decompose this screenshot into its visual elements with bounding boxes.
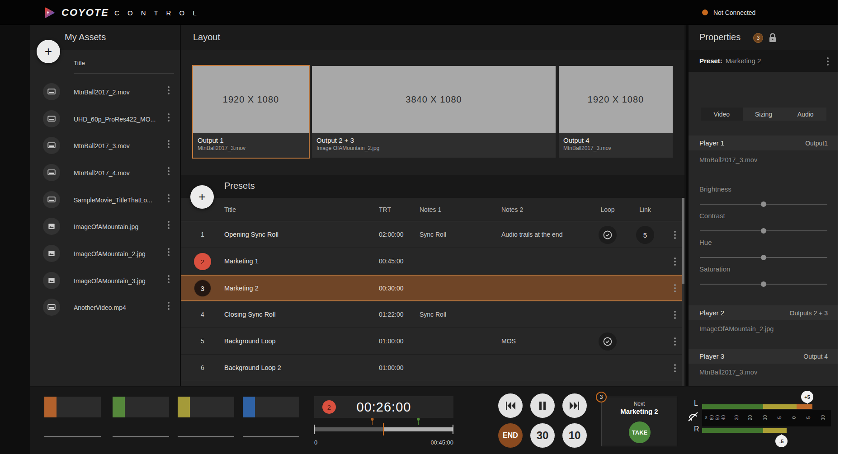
preset-menu-button[interactable] — [672, 231, 678, 239]
output-preview: 1920 X 1080 — [559, 66, 673, 133]
timeline-elapsed — [314, 427, 383, 431]
asset-row[interactable]: ImageOfAMountain.jpg — [30, 213, 180, 240]
mini-player-timeline[interactable] — [113, 436, 169, 437]
assets-column-header: Title — [74, 60, 85, 66]
preset-row[interactable]: 1 Opening Sync Roll 02:00:00 Sync Roll A… — [181, 221, 682, 248]
mini-player-4[interactable] — [243, 397, 299, 417]
scale-tick: 30 — [734, 415, 739, 421]
preset-title: Marketing 2 — [224, 276, 259, 300]
playhead[interactable] — [383, 423, 384, 435]
brightness-slider[interactable] — [700, 204, 827, 205]
slider-thumb[interactable] — [761, 228, 766, 234]
asset-menu-button[interactable] — [166, 113, 171, 122]
slider-thumb[interactable] — [761, 201, 766, 207]
output-preview: 3840 X 1080 — [312, 66, 556, 133]
mini-player-swatch — [44, 397, 57, 417]
preset-row[interactable]: 5 Background Loop 01:00:00 MOS — [181, 328, 682, 355]
preset-menu-button[interactable] — [672, 257, 678, 266]
timeline-start-label: 0 — [314, 439, 317, 446]
preset-title: Closing Sync Roll — [224, 301, 276, 328]
asset-row[interactable]: ImageOfAMountain_3.jpg — [30, 267, 180, 294]
image-asset-icon — [43, 245, 60, 262]
timeline-scrubber[interactable] — [314, 427, 453, 431]
meter-left-peak-flag: +5 — [801, 391, 813, 403]
preset-menu-button[interactable] — [672, 284, 678, 292]
presets-scrollbar[interactable] — [682, 198, 684, 386]
slider-thumb[interactable] — [761, 281, 766, 287]
add-asset-button[interactable]: + — [37, 40, 60, 63]
asset-label: MtnBall2017_3.mov — [74, 132, 130, 159]
player3-header[interactable]: Player 3 Output 4 — [689, 349, 838, 364]
skip-30-button[interactable]: 30 — [530, 423, 555, 448]
output-file: Image OfAMountain_2.jpg — [316, 145, 556, 151]
asset-row[interactable]: UHD_60p_ProRes422_MO... — [30, 106, 180, 132]
loop-toggle[interactable] — [599, 332, 617, 351]
meter-left-bar — [702, 404, 812, 409]
cue-marker-green-icon[interactable] — [415, 417, 421, 426]
saturation-slider[interactable] — [700, 284, 827, 285]
asset-menu-button[interactable] — [166, 194, 171, 202]
mini-player-timeline[interactable] — [44, 436, 101, 437]
cue-marker-orange-icon[interactable] — [369, 417, 375, 426]
scrollbar-thumb[interactable] — [682, 198, 684, 284]
asset-menu-button[interactable] — [166, 275, 171, 283]
preset-row[interactable]: 2 Marketing 1 00:45:00 — [181, 248, 682, 275]
asset-row[interactable]: MtnBall2017_3.mov — [30, 132, 180, 159]
tab-audio[interactable]: Audio — [784, 108, 826, 121]
mini-player-timeline[interactable] — [243, 436, 299, 437]
brand-primary: COYOTE — [61, 7, 109, 19]
col-link: Link — [635, 198, 656, 221]
asset-menu-button[interactable] — [166, 167, 171, 175]
asset-row[interactable]: ImageOfAMountain_2.jpg — [30, 240, 180, 267]
link-badge[interactable]: 5 — [636, 226, 654, 244]
pause-button[interactable] — [530, 393, 555, 418]
add-preset-button[interactable]: + — [190, 185, 214, 209]
tab-sizing[interactable]: Sizing — [743, 108, 785, 121]
asset-menu-button[interactable] — [166, 302, 171, 310]
skip-to-start-button[interactable] — [498, 393, 523, 418]
take-button[interactable]: TAKE — [629, 421, 651, 443]
mini-player-timeline[interactable] — [178, 436, 234, 437]
contrast-slider[interactable] — [700, 230, 827, 231]
slider-thumb[interactable] — [761, 255, 766, 260]
asset-row[interactable]: MtnBall2017_2.mov — [30, 79, 180, 105]
meter-left-label: L — [694, 399, 698, 407]
layout-output-card-1[interactable]: 1920 X 1080 Output 1 MtnBall2017_3.mov — [193, 66, 309, 158]
player2-header[interactable]: Player 2 Outputs 2 + 3 — [689, 305, 838, 320]
mini-player-1[interactable] — [44, 397, 101, 417]
layout-output-card-2[interactable]: 3840 X 1080 Output 2 + 3 Image OfAMounta… — [312, 66, 556, 158]
loop-toggle[interactable] — [599, 226, 617, 244]
asset-label: ImageOfAMountain_3.jpg — [74, 267, 146, 294]
preset-menu-button[interactable] — [672, 311, 678, 319]
preset-row[interactable]: 4 Closing Sync Roll 01:22:00 Sync Roll — [181, 301, 682, 328]
preset-selector-bar[interactable]: Preset: Marketing 2 — [689, 50, 838, 72]
asset-menu-button[interactable] — [166, 140, 171, 148]
mini-player-2[interactable] — [113, 397, 169, 417]
asset-menu-button[interactable] — [166, 86, 171, 94]
asset-row[interactable]: SampleMovie_TitleThatLo... — [30, 187, 180, 213]
presets-header-band: Presets — [181, 175, 684, 198]
hue-slider[interactable] — [700, 257, 827, 258]
preset-options-button[interactable] — [825, 57, 830, 66]
audio-muted-icon[interactable] — [687, 411, 699, 422]
asset-row[interactable]: MtnBall2017_4.mov — [30, 159, 180, 186]
preset-menu-button[interactable] — [672, 364, 678, 372]
tab-video[interactable]: Video — [701, 108, 743, 121]
layout-output-card-3[interactable]: 1920 X 1080 Output 4 MtnBall2017_3.mov — [559, 66, 673, 158]
preset-row[interactable]: 6 Background Loop 2 01:00:00 — [181, 355, 682, 381]
presets-table: Title TRT Notes 1 Notes 2 Loop Link 1 Op… — [181, 198, 684, 386]
end-button[interactable]: END — [498, 423, 523, 448]
player1-header[interactable]: Player 1 Output1 — [689, 136, 838, 150]
preset-row-selected[interactable]: 3 Marketing 2 00:30:00 — [181, 275, 682, 301]
mini-player-3[interactable] — [178, 397, 234, 417]
output-name: Output 2 + 3 — [316, 136, 556, 144]
preset-menu-button[interactable] — [672, 337, 678, 346]
skip-to-end-button[interactable] — [562, 393, 587, 418]
presets-table-header: Title TRT Notes 1 Notes 2 Loop Link — [181, 198, 684, 221]
asset-menu-button[interactable] — [166, 248, 171, 256]
lock-icon[interactable] — [768, 33, 778, 43]
preset-notes2: MOS — [501, 328, 516, 354]
skip-10-button[interactable]: 10 — [562, 423, 587, 448]
asset-menu-button[interactable] — [166, 221, 171, 229]
asset-row[interactable]: AnotherVideo.mp4 — [30, 294, 180, 321]
